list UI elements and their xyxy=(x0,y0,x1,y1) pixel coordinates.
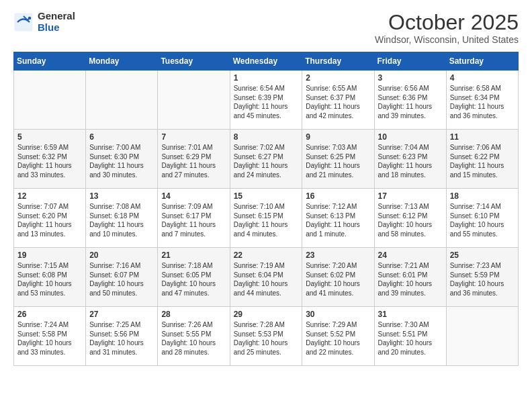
day-info: Sunrise: 7:21 AM Sunset: 6:01 PM Dayligh… xyxy=(378,261,443,298)
calendar-cell: 31Sunrise: 7:30 AM Sunset: 5:51 PM Dayli… xyxy=(374,307,446,366)
day-info: Sunrise: 7:02 AM Sunset: 6:27 PM Dayligh… xyxy=(234,143,299,179)
location: Windsor, Wisconsin, United States xyxy=(375,34,519,45)
day-number: 8 xyxy=(234,132,299,142)
calendar-cell: 15Sunrise: 7:10 AM Sunset: 6:15 PM Dayli… xyxy=(230,189,302,248)
calendar-cell: 23Sunrise: 7:20 AM Sunset: 6:02 PM Dayli… xyxy=(302,248,374,307)
day-number: 11 xyxy=(450,132,515,142)
calendar: Sunday Monday Tuesday Wednesday Thursday… xyxy=(13,52,519,366)
calendar-cell xyxy=(158,71,230,130)
day-info: Sunrise: 7:16 AM Sunset: 6:07 PM Dayligh… xyxy=(89,261,154,298)
calendar-cell: 11Sunrise: 7:06 AM Sunset: 6:22 PM Dayli… xyxy=(446,130,518,189)
day-number: 19 xyxy=(17,250,82,260)
calendar-cell: 1Sunrise: 6:54 AM Sunset: 6:39 PM Daylig… xyxy=(230,71,302,130)
day-number: 29 xyxy=(234,310,299,319)
day-number: 12 xyxy=(17,191,82,201)
day-info: Sunrise: 7:09 AM Sunset: 6:17 PM Dayligh… xyxy=(161,202,226,238)
calendar-cell: 9Sunrise: 7:03 AM Sunset: 6:25 PM Daylig… xyxy=(302,130,374,189)
day-number: 24 xyxy=(378,250,443,260)
calendar-cell: 7Sunrise: 7:01 AM Sunset: 6:29 PM Daylig… xyxy=(158,130,230,189)
calendar-cell: 18Sunrise: 7:14 AM Sunset: 6:10 PM Dayli… xyxy=(446,189,518,248)
calendar-cell: 22Sunrise: 7:19 AM Sunset: 6:04 PM Dayli… xyxy=(230,248,302,307)
calendar-cell: 14Sunrise: 7:09 AM Sunset: 6:17 PM Dayli… xyxy=(158,189,230,248)
calendar-week-1: 1Sunrise: 6:54 AM Sunset: 6:39 PM Daylig… xyxy=(14,71,519,130)
calendar-cell: 30Sunrise: 7:29 AM Sunset: 5:52 PM Dayli… xyxy=(302,307,374,366)
col-monday: Monday xyxy=(86,52,158,71)
logo-blue-text: Blue xyxy=(38,22,75,34)
col-wednesday: Wednesday xyxy=(230,52,302,71)
col-friday: Friday xyxy=(374,52,446,71)
day-number: 17 xyxy=(378,191,443,201)
calendar-cell: 16Sunrise: 7:12 AM Sunset: 6:13 PM Dayli… xyxy=(302,189,374,248)
month-title: October 2025 xyxy=(375,11,519,34)
day-info: Sunrise: 7:18 AM Sunset: 6:05 PM Dayligh… xyxy=(161,261,226,298)
day-number: 21 xyxy=(161,250,226,260)
day-info: Sunrise: 7:12 AM Sunset: 6:13 PM Dayligh… xyxy=(306,202,370,238)
day-info: Sunrise: 7:00 AM Sunset: 6:30 PM Dayligh… xyxy=(89,143,154,179)
calendar-cell: 2Sunrise: 6:55 AM Sunset: 6:37 PM Daylig… xyxy=(302,71,374,130)
day-number: 13 xyxy=(89,191,154,201)
day-number: 31 xyxy=(378,310,443,319)
calendar-header-row: Sunday Monday Tuesday Wednesday Thursday… xyxy=(14,52,519,71)
day-info: Sunrise: 6:58 AM Sunset: 6:34 PM Dayligh… xyxy=(450,84,515,120)
day-number: 5 xyxy=(17,132,82,142)
day-info: Sunrise: 7:24 AM Sunset: 5:58 PM Dayligh… xyxy=(17,320,82,357)
calendar-cell: 27Sunrise: 7:25 AM Sunset: 5:56 PM Dayli… xyxy=(86,307,158,366)
day-info: Sunrise: 7:26 AM Sunset: 5:55 PM Dayligh… xyxy=(161,320,226,357)
calendar-week-4: 19Sunrise: 7:15 AM Sunset: 6:08 PM Dayli… xyxy=(14,248,519,307)
calendar-cell: 24Sunrise: 7:21 AM Sunset: 6:01 PM Dayli… xyxy=(374,248,446,307)
calendar-cell: 13Sunrise: 7:08 AM Sunset: 6:18 PM Dayli… xyxy=(86,189,158,248)
calendar-cell: 21Sunrise: 7:18 AM Sunset: 6:05 PM Dayli… xyxy=(158,248,230,307)
day-info: Sunrise: 7:04 AM Sunset: 6:23 PM Dayligh… xyxy=(378,143,443,179)
day-info: Sunrise: 7:06 AM Sunset: 6:22 PM Dayligh… xyxy=(450,143,515,179)
day-number: 28 xyxy=(161,310,226,319)
calendar-cell: 17Sunrise: 7:13 AM Sunset: 6:12 PM Dayli… xyxy=(374,189,446,248)
day-number: 3 xyxy=(378,73,443,83)
day-number: 16 xyxy=(306,191,370,201)
calendar-cell: 12Sunrise: 7:07 AM Sunset: 6:20 PM Dayli… xyxy=(14,189,86,248)
day-number: 20 xyxy=(89,250,154,260)
day-number: 18 xyxy=(450,191,515,201)
day-info: Sunrise: 7:10 AM Sunset: 6:15 PM Dayligh… xyxy=(234,202,299,238)
day-info: Sunrise: 7:03 AM Sunset: 6:25 PM Dayligh… xyxy=(306,143,370,179)
day-number: 23 xyxy=(306,250,370,260)
day-info: Sunrise: 7:19 AM Sunset: 6:04 PM Dayligh… xyxy=(234,261,299,298)
calendar-week-3: 12Sunrise: 7:07 AM Sunset: 6:20 PM Dayli… xyxy=(14,189,519,248)
day-number: 14 xyxy=(161,191,226,201)
svg-point-1 xyxy=(28,16,32,19)
day-info: Sunrise: 6:56 AM Sunset: 6:36 PM Dayligh… xyxy=(378,84,443,120)
logo: General Blue xyxy=(13,11,75,33)
day-info: Sunrise: 7:14 AM Sunset: 6:10 PM Dayligh… xyxy=(450,202,515,238)
day-info: Sunrise: 7:23 AM Sunset: 5:59 PM Dayligh… xyxy=(450,261,515,298)
day-number: 10 xyxy=(378,132,443,142)
day-info: Sunrise: 6:55 AM Sunset: 6:37 PM Dayligh… xyxy=(306,84,370,120)
col-saturday: Saturday xyxy=(446,52,518,71)
calendar-cell: 19Sunrise: 7:15 AM Sunset: 6:08 PM Dayli… xyxy=(14,248,86,307)
day-info: Sunrise: 7:29 AM Sunset: 5:52 PM Dayligh… xyxy=(306,320,370,357)
day-info: Sunrise: 7:01 AM Sunset: 6:29 PM Dayligh… xyxy=(161,143,226,179)
day-number: 9 xyxy=(306,132,370,142)
calendar-cell: 4Sunrise: 6:58 AM Sunset: 6:34 PM Daylig… xyxy=(446,71,518,130)
day-number: 6 xyxy=(89,132,154,142)
calendar-cell: 29Sunrise: 7:28 AM Sunset: 5:53 PM Dayli… xyxy=(230,307,302,366)
day-info: Sunrise: 7:13 AM Sunset: 6:12 PM Dayligh… xyxy=(378,202,443,238)
calendar-cell: 10Sunrise: 7:04 AM Sunset: 6:23 PM Dayli… xyxy=(374,130,446,189)
day-number: 26 xyxy=(17,310,82,319)
calendar-cell: 20Sunrise: 7:16 AM Sunset: 6:07 PM Dayli… xyxy=(86,248,158,307)
day-number: 1 xyxy=(234,73,299,83)
calendar-cell: 6Sunrise: 7:00 AM Sunset: 6:30 PM Daylig… xyxy=(86,130,158,189)
day-info: Sunrise: 7:15 AM Sunset: 6:08 PM Dayligh… xyxy=(17,261,82,298)
calendar-cell xyxy=(86,71,158,130)
day-info: Sunrise: 7:28 AM Sunset: 5:53 PM Dayligh… xyxy=(234,320,299,357)
day-info: Sunrise: 7:07 AM Sunset: 6:20 PM Dayligh… xyxy=(17,202,82,238)
day-info: Sunrise: 7:25 AM Sunset: 5:56 PM Dayligh… xyxy=(89,320,154,357)
calendar-cell xyxy=(446,307,518,366)
day-number: 15 xyxy=(234,191,299,201)
col-tuesday: Tuesday xyxy=(158,52,230,71)
day-number: 4 xyxy=(450,73,515,83)
logo-text: General Blue xyxy=(38,11,75,33)
page: General Blue October 2025 Windsor, Wisco… xyxy=(0,0,532,373)
day-number: 22 xyxy=(234,250,299,260)
calendar-cell: 28Sunrise: 7:26 AM Sunset: 5:55 PM Dayli… xyxy=(158,307,230,366)
calendar-week-5: 26Sunrise: 7:24 AM Sunset: 5:58 PM Dayli… xyxy=(14,307,519,366)
calendar-cell: 26Sunrise: 7:24 AM Sunset: 5:58 PM Dayli… xyxy=(14,307,86,366)
